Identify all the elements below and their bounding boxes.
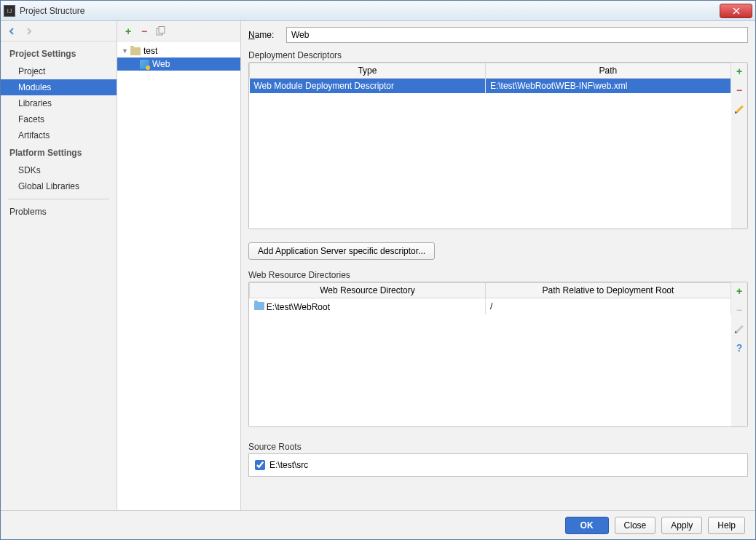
add-descriptor-icon[interactable]: + <box>733 65 745 77</box>
sidebar-item-artifacts[interactable]: Artifacts <box>1 127 117 143</box>
sidebar-item-problems[interactable]: Problems <box>1 204 117 220</box>
modules-tree: ▼ test Web <box>117 41 240 74</box>
remove-descriptor-icon[interactable]: − <box>733 84 745 96</box>
folder-icon <box>254 301 264 311</box>
left-sidebar: Project Settings Project Modules Librari… <box>1 21 117 510</box>
sidebar-heading-project: Project Settings <box>1 44 117 63</box>
sidebar-nav <box>1 21 117 41</box>
sidebar-item-libraries[interactable]: Libraries <box>1 95 117 111</box>
nav-forward-icon[interactable] <box>23 25 34 37</box>
edit-descriptor-icon[interactable] <box>733 103 745 115</box>
copy-icon[interactable] <box>155 26 165 36</box>
deployment-content: Type Path Web Module Deployment Descript… <box>249 63 731 229</box>
webres-content: Web Resource Directory Path Relative to … <box>249 282 731 426</box>
tree-module-test[interactable]: ▼ test <box>117 44 240 57</box>
cell-path: E:\test\WebRoot\WEB-INF\web.xml <box>485 79 731 94</box>
source-root-label: E:\test\src <box>269 460 308 470</box>
app-icon: IJ <box>4 5 15 17</box>
name-input[interactable] <box>286 27 748 43</box>
cell-rel: / <box>485 298 731 314</box>
table-row[interactable]: Web Module Deployment Descriptor E:\test… <box>250 79 731 94</box>
sidebar-heading-platform: Platform Settings <box>1 143 117 162</box>
help-webres-icon[interactable]: ? <box>733 342 745 354</box>
name-label: Name: <box>248 30 279 40</box>
svg-rect-1 <box>159 27 165 33</box>
source-root-checkbox[interactable] <box>255 460 265 470</box>
col-rel[interactable]: Path Relative to Deployment Root <box>485 283 731 298</box>
add-webres-icon[interactable]: + <box>733 285 745 297</box>
webres-side-buttons: + − ? <box>731 282 747 426</box>
deployment-table: Type Path Web Module Deployment Descript… <box>249 63 731 93</box>
edit-webres-icon[interactable] <box>733 323 745 335</box>
cell-dir: E:\test\WebRoot <box>250 298 486 314</box>
close-window-button[interactable] <box>720 4 752 18</box>
sidebar-item-modules[interactable]: Modules <box>1 79 117 95</box>
source-roots-box: E:\test\src <box>248 453 748 477</box>
webres-table: Web Resource Directory Path Relative to … <box>249 282 731 314</box>
ok-button[interactable]: OK <box>565 517 609 534</box>
col-type[interactable]: Type <box>250 63 486 79</box>
apply-button[interactable]: Apply <box>661 517 702 534</box>
add-server-descriptor-button[interactable]: Add Application Server specific descript… <box>248 242 435 260</box>
nav-back-icon[interactable] <box>7 25 18 37</box>
tree-label: test <box>143 46 157 56</box>
tree-facet-web[interactable]: Web <box>117 57 240 71</box>
titlebar: IJ Project Structure <box>1 1 755 21</box>
modules-tree-panel: + − ▼ test Web <box>117 21 241 510</box>
project-structure-window: IJ Project Structure Project Settings Pr… <box>0 0 756 540</box>
dialog-footer: OK Close Apply Help <box>1 510 755 539</box>
deployment-side-buttons: + − <box>731 63 747 229</box>
source-roots-label: Source Roots <box>248 442 748 452</box>
deployment-descriptors-label: Deployment Descriptors <box>248 50 748 60</box>
cell-type: Web Module Deployment Descriptor <box>250 79 486 94</box>
web-resource-dirs-label: Web Resource Directories <box>248 270 748 280</box>
tree-toggle-icon[interactable]: ▼ <box>122 47 129 55</box>
cell-dir-text: E:\test\WebRoot <box>267 302 330 312</box>
module-folder-icon <box>130 46 141 56</box>
col-dir[interactable]: Web Resource Directory <box>250 283 486 298</box>
deployment-table-wrap: Type Path Web Module Deployment Descript… <box>249 63 731 229</box>
remove-webres-icon[interactable]: − <box>733 304 745 316</box>
window-title: Project Structure <box>20 6 84 16</box>
sidebar-item-sdks[interactable]: SDKs <box>1 162 117 178</box>
sidebar-item-project[interactable]: Project <box>1 63 117 79</box>
sidebar-separator <box>8 199 109 199</box>
col-path[interactable]: Path <box>485 63 731 79</box>
webres-table-wrap: Web Resource Directory Path Relative to … <box>249 282 731 426</box>
sidebar-items: Project Settings Project Modules Librari… <box>1 41 117 223</box>
add-server-descriptor-row: Add Application Server specific descript… <box>248 237 748 263</box>
sidebar-item-global-libraries[interactable]: Global Libraries <box>1 178 117 194</box>
add-icon[interactable]: + <box>123 26 133 36</box>
modules-toolbar: + − <box>117 21 240 41</box>
sidebar-item-facets[interactable]: Facets <box>1 111 117 127</box>
table-row[interactable]: E:\test\WebRoot / <box>250 298 731 314</box>
tree-label: Web <box>152 59 170 69</box>
web-facet-icon <box>139 59 149 69</box>
facet-config-panel: Name: Deployment Descriptors Type Path <box>241 21 755 510</box>
deployment-descriptors-group: Type Path Web Module Deployment Descript… <box>248 62 748 229</box>
help-button[interactable]: Help <box>708 517 745 534</box>
web-resource-dirs-group: Web Resource Directory Path Relative to … <box>248 282 748 427</box>
close-button[interactable]: Close <box>615 517 656 534</box>
main-area: Project Settings Project Modules Librari… <box>1 21 755 510</box>
remove-icon[interactable]: − <box>139 26 149 36</box>
name-field-row: Name: <box>248 27 748 43</box>
